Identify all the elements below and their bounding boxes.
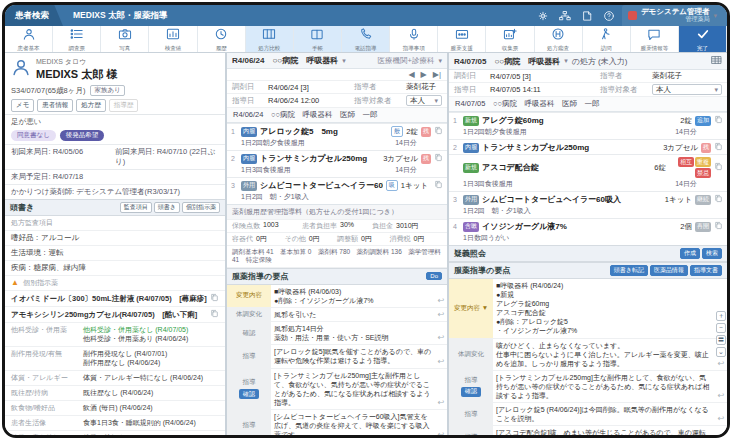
toolbar-item-book[interactable]: 手帳 bbox=[294, 26, 342, 52]
copy-icon[interactable] bbox=[210, 293, 219, 304]
toolbar-item-dots[interactable]: 服薬支援 bbox=[438, 26, 486, 52]
copy-icon[interactable] bbox=[714, 142, 723, 153]
toolbar-item-message[interactable]: 服薬情報等 bbox=[631, 26, 679, 52]
reply-icon[interactable]: ↩ bbox=[715, 403, 727, 425]
guidance-tool-button[interactable]: 頭書き転記 bbox=[610, 265, 648, 276]
toolbar-item-walk[interactable]: 訪問 bbox=[583, 26, 631, 52]
table-view-icon[interactable] bbox=[711, 55, 722, 67]
guidance-target-select[interactable]: 本人▾ bbox=[406, 95, 442, 106]
guidance-row[interactable]: 体調変化風邪を引いた↩ bbox=[227, 308, 447, 322]
reply-icon[interactable]: ↩ bbox=[435, 345, 447, 367]
reply-icon[interactable]: ↩ bbox=[715, 426, 727, 438]
guidance-row[interactable]: 変更内容 ▼■呼吸器科 (R4/06/24) ●新規 アレグラ錠60mg アスコ… bbox=[449, 279, 727, 339]
copy-icon[interactable] bbox=[714, 115, 723, 126]
toolbar-item-hcircle[interactable]: 処方鑑査 bbox=[535, 26, 583, 52]
side-strip-button[interactable]: － bbox=[716, 323, 726, 333]
prescription-row[interactable]: 2内服トランサミンカプセル250mg3カプセル残 bbox=[227, 150, 447, 165]
rx-usage-row: 1日3回食後服用14日分 bbox=[449, 179, 727, 191]
prescription-row[interactable]: 4含嗽イソジンガーグル液7%2個再開 bbox=[449, 218, 727, 233]
side-strip-button[interactable]: ＋ bbox=[716, 311, 726, 321]
reply-icon[interactable]: ↩ bbox=[435, 410, 447, 438]
confirm-badge-button[interactable]: 確認 bbox=[461, 387, 481, 397]
individual-drug-note[interactable]: イオパミドール〔300〕50mL注射液 (R4/07/05) [蕁麻疹] bbox=[5, 291, 225, 307]
next-record-button[interactable]: ▶ bbox=[421, 70, 427, 79]
guidance-row[interactable]: 指導[アスコデ配合錠]咳、めまい等が生じることがあるので、車の運転や危険な作業は… bbox=[449, 426, 727, 438]
guidance-target-select[interactable]: 本人▾ bbox=[652, 84, 722, 95]
toolbar-item-phone[interactable]: 電話指導 bbox=[342, 26, 390, 52]
guidance-row[interactable]: 指導確認[トランサミンカプセル250mg]主な副作用として、食欲がない、気持ちが… bbox=[227, 369, 447, 410]
prev-rx-date-dropdown[interactable]: R4/06/24 ○○病院 呼吸器科 bbox=[232, 55, 338, 66]
history-value: 副作用発現なし (R4/07/01) bbox=[83, 349, 221, 358]
toolbar-item-check[interactable]: 完了 bbox=[679, 26, 727, 52]
guidance-row[interactable]: 指導[シムビコートタービュヘイラー60吸入]気管支を広げ、気道の炎症を抑えて、呼… bbox=[227, 410, 447, 438]
copy-icon[interactable] bbox=[714, 194, 723, 205]
toolbar-item-list[interactable]: 調査票 bbox=[53, 26, 101, 52]
help-icon[interactable] bbox=[603, 9, 616, 22]
settings-gear-icon[interactable] bbox=[537, 9, 550, 22]
toolbar-item-chartplus[interactable]: 収集票 bbox=[486, 26, 534, 52]
facility-filter-dropdown[interactable]: 医療機関+診療科 bbox=[378, 56, 435, 66]
toolbar-item-camera[interactable]: 写真 bbox=[101, 26, 149, 52]
prev-record-button[interactable]: ◀ bbox=[408, 70, 414, 79]
copy-icon[interactable] bbox=[434, 153, 443, 164]
patient-action-button[interactable]: メモ bbox=[11, 99, 34, 112]
atamagaki-button[interactable]: 個別指示薬 bbox=[182, 202, 220, 213]
do-button[interactable]: Do bbox=[426, 272, 442, 280]
latest-record-button[interactable]: ▶| bbox=[433, 70, 441, 79]
user-menu[interactable]: デモシステム管理者 管理薬局 ▾ bbox=[622, 5, 727, 26]
atamagaki-button[interactable]: 監査項目 bbox=[120, 202, 152, 213]
reply-icon[interactable]: ↩ bbox=[435, 308, 447, 321]
copy-icon[interactable] bbox=[714, 221, 723, 232]
prescription-row[interactable]: 新規アスコデ配合錠6錠相互重複禁忌 bbox=[449, 154, 727, 179]
toolbar-item-person[interactable]: 患者基本 bbox=[5, 26, 53, 52]
history-label: 副作用発現/有無 bbox=[5, 347, 83, 370]
doctor-line: R4/06/24 ○○病院 呼吸器科 医師 一郎 bbox=[227, 108, 447, 123]
prescription-row[interactable]: 3外用シムビコートタービュヘイラー60吸入1キット継続 bbox=[449, 191, 727, 206]
copy-icon[interactable] bbox=[210, 309, 219, 320]
sitemap-icon[interactable] bbox=[559, 9, 572, 22]
drug-name: アレロック錠5 5mg bbox=[260, 126, 388, 137]
individual-drug-note[interactable]: アモキシシリン250mgカプセル(R4/07/05) [酷い下痢] bbox=[5, 307, 225, 323]
visit-info-row: かかりつけ薬剤師: デモシステム管理者(R3/03/17) bbox=[5, 184, 225, 199]
visit-info-cell: 来局予定日: R4/07/18 bbox=[11, 172, 219, 182]
reply-icon[interactable]: ↩ bbox=[435, 322, 447, 344]
guidance-row[interactable]: 確認風邪処方14日分 薬効・用法・用量・使い方・SE説明↩ bbox=[227, 322, 447, 345]
toolbar-item-mic[interactable]: 指導事項 bbox=[390, 26, 438, 52]
toolbar-item-chart[interactable]: 検査値 bbox=[149, 26, 197, 52]
toolbar-item-label: 服薬情報等 bbox=[641, 45, 669, 52]
atamagaki-button[interactable]: 頭書き bbox=[154, 202, 180, 213]
current-rx-date-dropdown[interactable]: R4/07/05 ○○病院 呼吸器科 bbox=[454, 56, 560, 67]
tab-patient-search[interactable]: 患者検索 bbox=[5, 5, 63, 26]
message-icon bbox=[647, 26, 661, 44]
gikai-button[interactable]: 検索 bbox=[702, 248, 722, 259]
guidance-row[interactable]: 変更内容■呼吸器科 (R4/06/03) ●削除：イソジンガーグル液7%↩ bbox=[227, 285, 447, 308]
reply-icon[interactable]: ↩ bbox=[435, 369, 447, 409]
prescription-row[interactable]: 1新規アレグラ錠60mg2錠追加 bbox=[449, 112, 727, 127]
rx-number: 3 bbox=[453, 196, 460, 203]
side-strip-button[interactable]: ⌄ bbox=[716, 347, 726, 357]
toolbar-item-columns[interactable]: 処方比較 bbox=[246, 26, 294, 52]
guidance-tool-button[interactable]: 指導文書 bbox=[690, 265, 722, 276]
prescription-row[interactable]: 1内服アレロック錠5 5mg般2錠残 bbox=[227, 123, 447, 138]
confirm-badge-button[interactable]: 確認 bbox=[239, 389, 259, 399]
prescription-row[interactable]: 2内服トランサミンカプセル250mg3カプセル残 bbox=[449, 139, 727, 154]
guidance-row[interactable]: 体調変化咳がひどく、止まらなくなっています。 仕事中に困らないように早く治したい… bbox=[449, 339, 727, 371]
copy-icon[interactable] bbox=[434, 126, 443, 137]
guidance-row[interactable]: 指導[アレロック錠5]眠気を催すことがあるので、車の運転や危険な作業は避けるよう… bbox=[227, 345, 447, 368]
history-values: 副作用発現なし (R4/07/01)副作用歴なし (R4/06/24) bbox=[83, 347, 225, 370]
patient-action-button[interactable]: 処方歴 bbox=[76, 99, 106, 112]
copy-icon[interactable] bbox=[434, 180, 443, 191]
document-icon[interactable] bbox=[581, 9, 594, 22]
reply-icon[interactable]: ↩ bbox=[715, 371, 727, 402]
toolbar-item-history[interactable]: 履歴 bbox=[198, 26, 246, 52]
patient-action-button[interactable]: 患者情報 bbox=[37, 99, 73, 112]
copy-icon[interactable] bbox=[714, 162, 723, 173]
prescription-row[interactable]: 3外用シムビコートタービュヘイラー60吸入吸1キット bbox=[227, 177, 447, 192]
gikai-button[interactable]: 作成 bbox=[680, 248, 700, 259]
guidance-row[interactable]: 指導[アレロック錠5 (R4/06/24)]は今回削除。眠気等の副作用がなくなる… bbox=[449, 403, 727, 426]
guidance-row[interactable]: 指導確認[トランサミンカプセル250mg]主な副作用として、食欲がない、気持ちが… bbox=[449, 371, 727, 403]
side-strip-button[interactable]: 〓 bbox=[716, 335, 726, 345]
reply-icon[interactable]: ↩ bbox=[435, 285, 447, 307]
guidance-tool-button[interactable]: 医薬品情報 bbox=[650, 265, 688, 276]
rx-status-badge: 相互 bbox=[678, 157, 694, 167]
